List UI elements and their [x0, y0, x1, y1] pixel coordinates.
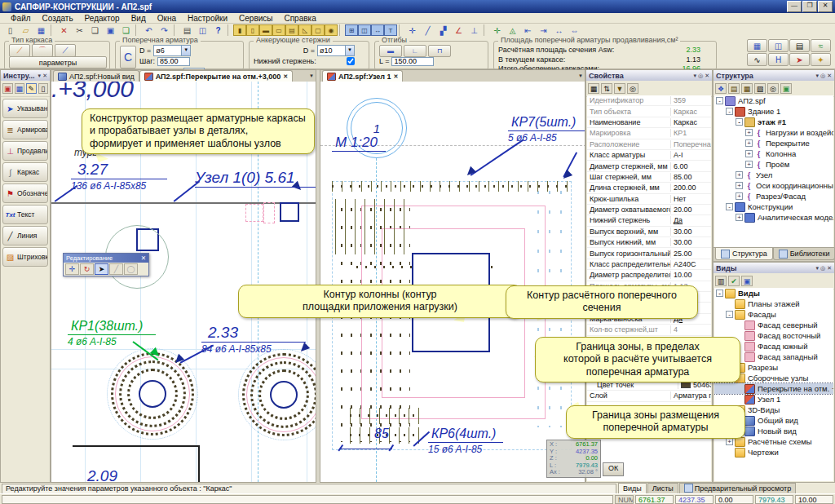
mirror-icon[interactable]: ⇔ — [567, 24, 582, 37]
print-icon[interactable]: ▤ — [179, 24, 195, 37]
menu-item[interactable]: Файл — [5, 14, 37, 23]
tree-expander[interactable]: - — [726, 108, 733, 115]
opening-tool-icon[interactable]: ▢ — [311, 24, 325, 36]
bottom-rod-checkbox[interactable] — [347, 57, 355, 65]
edit-tool-button[interactable]: ✛ — [65, 263, 79, 275]
panel-close-icon[interactable]: ✕ — [705, 73, 709, 79]
edit-tool-button[interactable]: ➤ — [95, 263, 108, 275]
print-view-button[interactable]: ▤ — [789, 39, 810, 52]
toolbar-icon[interactable] — [484, 24, 488, 36]
open-icon[interactable]: ▱ — [18, 24, 33, 37]
tab-close-icon[interactable]: ✕ — [283, 73, 288, 80]
annotation-kr7[interactable]: КР7(5шт.) 5 ø6 A-I-85 — [508, 116, 585, 143]
snap-line-icon[interactable]: ╱ — [420, 24, 435, 37]
wall-line[interactable] — [73, 445, 200, 447]
tab-structure[interactable]: Структура — [715, 248, 773, 260]
snap-angle-icon[interactable]: ∠ — [451, 24, 466, 37]
tree-item[interactable]: - Виды — [714, 288, 833, 298]
wall-line[interactable] — [198, 445, 200, 482]
menu-item[interactable]: Вид — [126, 14, 152, 23]
tab-node-view[interactable]: АП2.spf:Узел 1 ✕ — [322, 70, 403, 82]
tab-close-icon[interactable]: ✕ — [394, 73, 399, 80]
maximize-button[interactable]: ❐ — [802, 1, 817, 12]
tree-expander[interactable]: - — [736, 118, 743, 126]
preview-icon[interactable]: ◫ — [195, 24, 210, 37]
tree-item[interactable]: + { Перекрытие — [714, 138, 833, 148]
grid-view-button[interactable]: ▦ — [747, 39, 767, 52]
properties-toolbar-icon[interactable]: ◎ — [627, 83, 638, 94]
frame-straight-icon[interactable]: ⟋ — [9, 44, 30, 57]
help-icon[interactable]: ? — [210, 24, 226, 37]
dual-view-button[interactable]: ◫ — [768, 39, 789, 52]
tool-button[interactable]: ╱ Линия — [2, 226, 48, 245]
menu-item[interactable]: Редактор — [79, 14, 126, 23]
tree-item[interactable]: - АП2.spf — [714, 95, 833, 106]
toolbar-icon[interactable] — [51, 24, 55, 36]
tree-expander[interactable]: - — [716, 97, 723, 104]
section-tool-icon[interactable]: ◫ — [358, 24, 371, 36]
tree-item[interactable]: Перекрытие на отм. +3,000 — [714, 383, 833, 394]
diameter-select[interactable]: ø6▼ — [153, 45, 191, 56]
toolbar-icon[interactable] — [339, 24, 343, 36]
stairs-tool-icon[interactable]: ▤ — [285, 24, 298, 36]
panel-close-icon[interactable]: ✕ — [827, 73, 832, 79]
panel-close-icon[interactable]: ✕ — [827, 265, 832, 272]
tab-sheets[interactable]: Листы — [647, 483, 678, 494]
tab-list-icon[interactable]: ▼ — [578, 73, 583, 78]
tree-item[interactable]: - Фасады — [714, 309, 833, 320]
pin-icon[interactable]: ◎ — [698, 73, 703, 79]
annotation-uzel[interactable]: Узел 1(0) 5.61 — [195, 170, 316, 189]
structure-toolbar-icon[interactable]: ▦ — [741, 83, 753, 94]
c-shape-button[interactable]: C — [120, 46, 136, 69]
tools-mode-icon[interactable]: ▦ — [15, 83, 25, 94]
toolbar-icon[interactable] — [174, 24, 178, 36]
tree-item[interactable]: + Аналитическая модель вариант 1 — [714, 212, 833, 223]
measure-icon[interactable]: ✛ — [489, 24, 505, 37]
snap-grid-icon[interactable]: ▞ — [435, 24, 451, 37]
property-row[interactable]: Диаметр стержней, мм 6.00 — [587, 161, 711, 171]
property-row[interactable]: Класс распределительной арматуры A240C — [587, 259, 711, 270]
views-toolbar-icon[interactable]: ▣ — [741, 276, 753, 286]
tab-libraries[interactable]: Библиотеки — [773, 248, 835, 260]
tree-item[interactable]: - Конструкции — [714, 201, 833, 212]
tree-expander[interactable]: + — [745, 150, 753, 157]
step-input[interactable] — [157, 57, 190, 66]
bend-length-input[interactable] — [391, 57, 434, 66]
node-box[interactable] — [280, 202, 299, 222]
panel-close-icon[interactable]: ✕ — [42, 73, 47, 79]
tree-item[interactable]: - Здание 1 — [714, 106, 833, 117]
structure-toolbar-icon[interactable]: ▣ — [780, 83, 792, 94]
save-icon[interactable]: ▦ — [33, 24, 49, 37]
property-row[interactable]: Выпуск горизонтальный, мм 25.00 — [587, 248, 711, 259]
menu-item[interactable]: Настройки — [182, 14, 233, 23]
tab-new-view[interactable]: АП2.spf:Новый вид — [53, 70, 139, 82]
paste-icon[interactable]: ▣ — [103, 24, 118, 37]
tree-expander[interactable]: + — [726, 438, 733, 445]
property-row[interactable]: Шаг стержней, мм 85.00 — [587, 172, 711, 183]
property-row[interactable]: Крюк-шпилька Нет — [587, 194, 711, 205]
property-row[interactable]: Идентификатор 359 — [587, 95, 711, 106]
tree-expander[interactable]: + — [745, 139, 753, 147]
column-tool-icon[interactable]: ▯ — [246, 24, 259, 36]
tool-button[interactable]: ⊥ Продавливание — [2, 141, 48, 161]
node-tool-icon[interactable]: ◉ — [325, 24, 338, 36]
tree-expander[interactable]: - — [716, 290, 723, 297]
tree-expander[interactable]: - — [726, 311, 733, 318]
annotation-kr1[interactable]: КР1(38шт.) 4 ø6 A-I-85 — [68, 320, 156, 347]
diagram-button[interactable]: ∿ — [747, 53, 767, 66]
text-tool-icon[interactable]: Т — [384, 24, 397, 36]
structure-toolbar-icon[interactable]: ◎ — [767, 83, 779, 94]
tool-button[interactable]: ⚑ Обозначение — [2, 183, 48, 203]
move-y-icon[interactable]: ⇥ — [536, 24, 551, 37]
property-row[interactable]: Расположение Поперечная — [587, 139, 711, 150]
tree-item[interactable]: + { Проём — [714, 159, 833, 170]
slab-tool-icon[interactable]: ▭ — [272, 24, 285, 36]
property-row[interactable]: Нижний стержень Да — [587, 215, 711, 226]
ok-button[interactable]: ОК — [603, 462, 624, 476]
tree-expander[interactable]: + — [736, 171, 743, 179]
tree-item[interactable]: + { Колонна — [714, 148, 833, 159]
column-reinforcement-rosette[interactable] — [238, 349, 316, 440]
property-row[interactable]: Наименование Каркас — [587, 117, 711, 128]
close-button[interactable]: ✕ — [818, 1, 833, 12]
property-row[interactable]: Выпуск нижний, мм 30.00 — [587, 237, 711, 248]
